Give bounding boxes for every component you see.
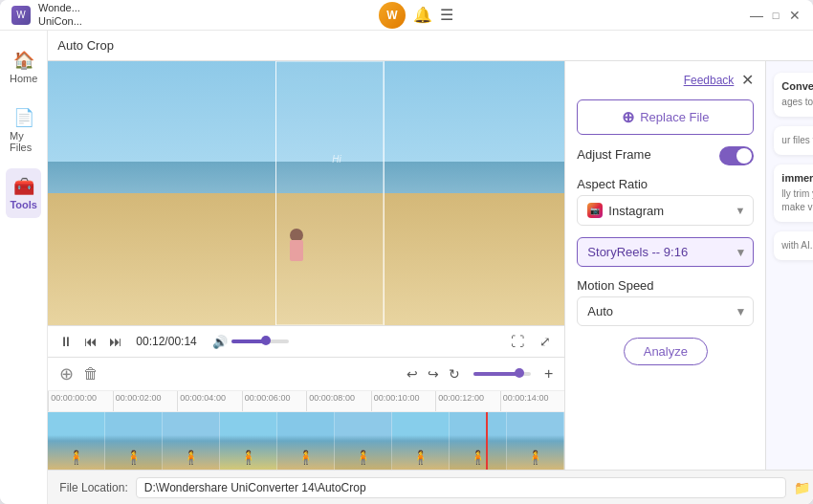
minimize-button[interactable]: — (750, 9, 763, 22)
ruler-mark-4: 00:00:08:00 (306, 391, 371, 411)
analyze-section: Analyze (577, 338, 754, 365)
volume-slider[interactable] (231, 340, 289, 343)
playhead[interactable] (486, 412, 488, 470)
storyreels-dropdown[interactable]: StoryReels -- 9:16 (577, 237, 754, 267)
promo-converter: Converter ages to other (774, 73, 813, 117)
user-avatar[interactable]: W (379, 2, 406, 29)
promo-files: ur files to (774, 126, 813, 155)
window-titlebar: W Wonde... UniCon... W 🔔 ☰ — □ ✕ (0, 0, 813, 31)
files-icon: 📄 (13, 107, 34, 128)
aspect-ratio-section: Aspect Ratio 📷 Instagram ▼ (577, 177, 754, 226)
replace-plus-icon: ⊕ (622, 108, 634, 126)
home-icon: 🏠 (13, 50, 34, 71)
close-button[interactable]: ✕ (788, 9, 802, 22)
ruler-mark-3: 00:00:06:00 (242, 391, 307, 411)
adjust-frame-row: Adjust Frame (577, 146, 754, 165)
redo2-button[interactable]: ↻ (447, 364, 462, 383)
storyreels-container: StoryReels -- 9:16 ▼ (577, 237, 754, 267)
fit-screen-button[interactable]: ⛶ (507, 332, 528, 351)
pause-button[interactable]: ⏸ (57, 332, 75, 351)
maximize-button[interactable]: □ (769, 9, 782, 22)
promo-trimmer-text2: make video (781, 201, 813, 214)
thumb-3: 🧍 (220, 412, 277, 470)
motion-speed-dropdown[interactable]: Auto (577, 296, 754, 326)
right-panel: Feedback ✕ ⊕ Replace File Adjust Frame (564, 61, 765, 470)
sidebar-files-label: My Files (10, 130, 37, 153)
person-0: 🧍 (68, 449, 84, 465)
close-panel-button[interactable]: ✕ (741, 73, 754, 88)
thumb-1: 🧍 (105, 412, 163, 470)
ruler-mark-6: 00:00:12:00 (435, 391, 500, 411)
editor-area: Auto Crop (48, 31, 813, 504)
redo-button[interactable]: ↪ (426, 364, 441, 383)
sidebar-home-label: Home (10, 73, 37, 84)
analyze-button[interactable]: Analyze (624, 338, 708, 365)
delete-button[interactable]: 🗑 (81, 363, 100, 384)
replace-file-button[interactable]: ⊕ Replace File (577, 99, 754, 135)
person-7: 🧍 (470, 449, 486, 465)
thumb-6: 🧍 (392, 412, 450, 470)
feedback-link[interactable]: Feedback (684, 74, 735, 87)
window-controls: — □ ✕ (750, 9, 802, 22)
right-sidebar-promo: Converter ages to other ur files to imme… (765, 61, 813, 470)
person-4: 🧍 (297, 449, 314, 465)
thumb-2: 🧍 (163, 412, 220, 470)
person-5: 🧍 (355, 449, 371, 465)
timeline-tracks[interactable]: 🧍 🧍 🧍 🧍 (48, 412, 564, 470)
sidebar-item-tools[interactable]: 🧰 Tools (6, 168, 41, 218)
skip-forward-button[interactable]: ⏭ (107, 332, 124, 351)
browse-folder-button[interactable]: 📁 (794, 480, 810, 495)
titlebar-left: W Wonde... UniCon... (11, 2, 82, 27)
timeline-area: ⊕ 🗑 ↩ ↪ ↻ + (48, 357, 564, 470)
thumb-5: 🧍 (335, 412, 392, 470)
fullscreen-button[interactable]: ⤢ (536, 332, 555, 351)
ruler-mark-0: 00:00:00:00 (48, 391, 113, 411)
autocrop-header: Auto Crop (48, 31, 813, 61)
file-path-input[interactable] (136, 477, 786, 498)
thumb-4: 🧍 (277, 412, 335, 470)
ruler-mark-5: 00:00:10:00 (371, 391, 436, 411)
promo-trimmer-title: immer (781, 172, 813, 184)
time-display: 00:12/00:14 (136, 335, 196, 348)
promo-ai: with AI. (774, 231, 813, 260)
sidebar-item-home[interactable]: 🏠 Home (6, 42, 41, 92)
editor-main: Hi ⏸ ⏮ ⏭ 00:12/00:14 🔊 (48, 61, 813, 470)
promo-trimmer-text1: lly trim your (781, 187, 813, 201)
skip-back-button[interactable]: ⏮ (82, 332, 99, 351)
adjust-frame-toggle[interactable] (719, 146, 754, 165)
video-controls-bar: ⏸ ⏮ ⏭ 00:12/00:14 🔊 ⛶ (48, 325, 564, 357)
app-title: Wonde... UniCon... (38, 2, 82, 27)
video-background: Hi (48, 61, 564, 325)
motion-speed-container: Auto ▼ (577, 296, 754, 326)
undo-button[interactable]: ↩ (405, 364, 420, 383)
aspect-ratio-value: Instagram (608, 204, 664, 218)
volume-icon[interactable]: 🔊 (212, 335, 228, 349)
sidebar-tools-label: Tools (10, 199, 37, 210)
toggle-thumb (736, 148, 752, 164)
sidebar-item-myfiles[interactable]: 📄 My Files (6, 99, 41, 161)
video-frame: Hi (48, 61, 564, 325)
person-2: 🧍 (183, 449, 199, 465)
promo-files-text: ur files to (781, 134, 813, 147)
tools-icon: 🧰 (13, 176, 34, 197)
ruler-mark-7: 00:00:14:00 (500, 391, 565, 411)
adjust-frame-label: Adjust Frame (577, 147, 650, 162)
person-8: 🧍 (527, 449, 543, 465)
video-preview: Hi ⏸ ⏮ ⏭ 00:12/00:14 🔊 (48, 61, 564, 470)
volume-area: 🔊 (212, 335, 289, 349)
aspect-ratio-dropdown[interactable]: 📷 Instagram ▼ (577, 195, 754, 226)
add-clip-button[interactable]: ⊕ (57, 362, 76, 386)
header-right: W 🔔 ☰ (379, 2, 453, 29)
bell-icon[interactable]: 🔔 (413, 6, 432, 24)
feedback-row: Feedback ✕ (577, 73, 754, 88)
main-content: 🏠 Home 📄 My Files 🧰 Tools Auto Crop (0, 31, 813, 504)
person-6: 🧍 (412, 449, 428, 465)
person-3: 🧍 (240, 449, 256, 465)
person-1: 🧍 (125, 449, 142, 465)
aspect-ratio-arrow: ▼ (735, 205, 745, 216)
zoom-in-button[interactable]: + (542, 363, 555, 384)
timeline-toolbar: ⊕ 🗑 ↩ ↪ ↻ + (48, 358, 564, 391)
sidebar: 🏠 Home 📄 My Files 🧰 Tools (0, 31, 48, 504)
menu-icon[interactable]: ☰ (440, 6, 453, 24)
aspect-ratio-label: Aspect Ratio (577, 177, 754, 191)
